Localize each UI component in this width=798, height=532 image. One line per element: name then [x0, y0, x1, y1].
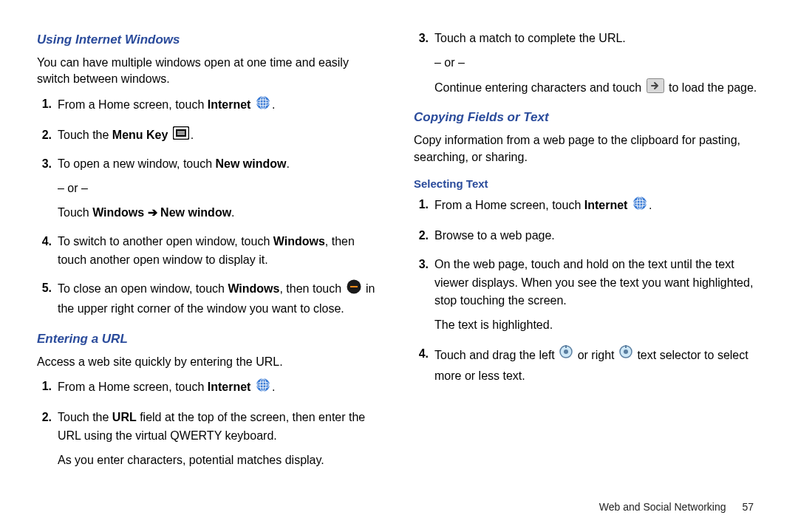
two-column-layout: Using Internet Windows You can have mult…: [37, 30, 761, 480]
left-selector-icon: [559, 345, 573, 367]
step: 4. To switch to another open window, tou…: [37, 233, 384, 270]
step: 3. On the web page, touch and hold on th…: [414, 256, 761, 335]
step: 1. From a Home screen, touch Internet .: [414, 196, 761, 216]
globe-icon: [632, 196, 647, 216]
step-number: 3.: [414, 30, 434, 98]
intro-copy: Copy information from a web page to the …: [414, 132, 761, 166]
step-number: 2.: [37, 126, 58, 146]
step-body: Touch a match to complete the URL. – or …: [434, 30, 761, 98]
section-title-url: Entering a URL: [37, 332, 384, 347]
step: 1. From a Home screen, touch Internet .: [37, 95, 384, 116]
step-number: 2.: [414, 227, 434, 245]
svg-point-24: [564, 349, 568, 354]
globe-icon: [256, 378, 270, 398]
step-number: 1.: [414, 196, 434, 216]
section-title-windows: Using Internet Windows: [37, 33, 384, 47]
go-arrow-icon: [647, 78, 664, 99]
step: 3. To open a new window, touch New windo…: [37, 155, 384, 222]
menu-key-icon: [173, 126, 189, 146]
intro-url: Access a web site quickly by entering th…: [37, 354, 384, 370]
step-number: 3.: [414, 256, 434, 335]
right-selector-icon: [619, 345, 632, 367]
page-number: 57: [742, 501, 754, 513]
step: 2. Touch the Menu Key .: [37, 126, 384, 146]
step-body: Touch the Menu Key .: [58, 126, 384, 146]
svg-point-27: [624, 349, 628, 354]
steps-windows: 1. From a Home screen, touch Internet . …: [37, 95, 384, 318]
left-column: Using Internet Windows You can have mult…: [37, 30, 384, 480]
step-body: Browse to a web page.: [434, 227, 761, 245]
step-body: From a Home screen, touch Internet .: [58, 378, 384, 398]
step-number: 5.: [37, 279, 58, 318]
step-body: To switch to another open window, touch …: [58, 233, 384, 270]
steps-url-continued: 3. Touch a match to complete the URL. – …: [414, 30, 761, 98]
step: 2. Browse to a web page.: [414, 227, 761, 245]
step: 1. From a Home screen, touch Internet .: [37, 378, 384, 398]
step: 2. Touch the URL field at the top of the…: [37, 409, 384, 469]
section-title-copy: Copying Fields or Text: [414, 110, 761, 125]
step-body: Touch the URL field at the top of the sc…: [58, 409, 384, 469]
step-number: 1.: [37, 378, 58, 398]
page-footer: Web and Social Networking 57: [599, 501, 754, 513]
step: 4. Touch and drag the left or right text…: [414, 345, 761, 386]
subsection-title-select: Selecting Text: [414, 177, 761, 190]
footer-section: Web and Social Networking: [599, 501, 726, 513]
steps-url: 1. From a Home screen, touch Internet . …: [37, 378, 384, 469]
right-column: 3. Touch a match to complete the URL. – …: [414, 30, 761, 480]
step-body: To close an open window, touch Windows, …: [58, 279, 384, 318]
step-number: 2.: [37, 409, 58, 469]
close-window-icon: [347, 279, 361, 300]
intro-windows: You can have multiple windows open at on…: [37, 55, 384, 88]
step-body: From a Home screen, touch Internet .: [58, 95, 384, 116]
globe-icon: [256, 95, 270, 116]
step-number: 3.: [37, 155, 58, 222]
step-number: 1.: [37, 95, 58, 116]
step-number: 4.: [414, 345, 434, 386]
step: 3. Touch a match to complete the URL. – …: [414, 30, 761, 98]
step-body: From a Home screen, touch Internet .: [434, 196, 761, 216]
step: 5. To close an open window, touch Window…: [37, 279, 384, 318]
svg-rect-11: [350, 286, 358, 287]
step-body: On the web page, touch and hold on the t…: [434, 256, 761, 335]
step-body: To open a new window, touch New window. …: [58, 155, 384, 222]
step-number: 4.: [37, 233, 58, 270]
steps-select: 1. From a Home screen, touch Internet . …: [414, 196, 761, 385]
step-body: Touch and drag the left or right text se…: [434, 345, 761, 386]
